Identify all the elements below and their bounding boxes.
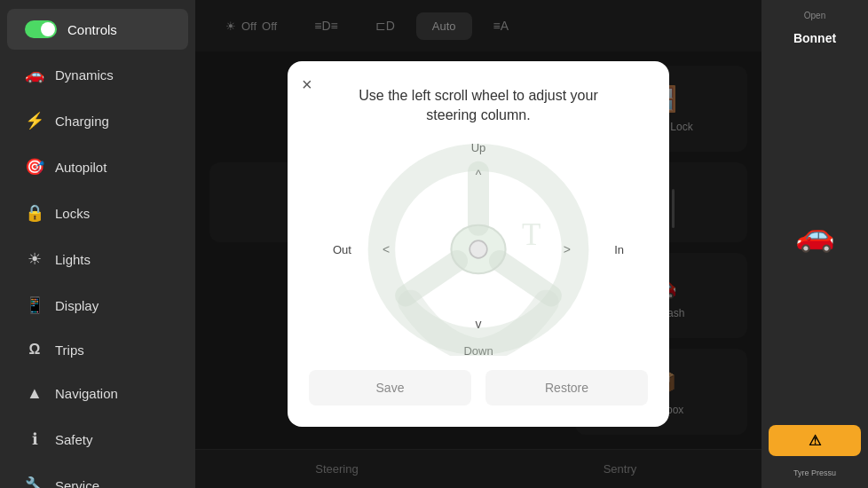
- sidebar-label-controls: Controls: [67, 22, 117, 37]
- modal-close-button[interactable]: ×: [302, 75, 312, 93]
- sidebar-label-trips: Trips: [55, 342, 84, 358]
- dynamics-icon: 🚗: [25, 65, 44, 84]
- steering-column-modal: × Use the left scroll wheel to adjust yo…: [288, 61, 669, 428]
- sidebar-item-locks[interactable]: 🔒 Locks: [7, 192, 188, 234]
- sidebar-label-lights: Lights: [55, 252, 91, 267]
- tyre-pressure-label: Tyre Pressu: [793, 468, 836, 477]
- sidebar-item-autopilot[interactable]: 🎯 Autopilot: [7, 146, 188, 188]
- sidebar-label-navigation: Navigation: [55, 386, 118, 401]
- steering-diagram: Up Down Out In ^ v < >: [336, 143, 620, 356]
- modal-footer: Save Restore: [309, 370, 648, 405]
- navigation-icon: ▲: [25, 384, 44, 403]
- sidebar-label-charging: Charging: [55, 114, 109, 129]
- sidebar-item-safety[interactable]: ℹ Safety: [7, 418, 188, 460]
- svg-point-6: [470, 241, 487, 259]
- service-icon: 🔧: [25, 476, 44, 488]
- bonnet-label: Bonnet: [793, 31, 836, 45]
- sidebar-label-display: Display: [55, 298, 99, 313]
- sidebar-label-safety: Safety: [55, 432, 93, 447]
- modal-title: Use the left scroll wheel to adjust your…: [354, 86, 603, 126]
- modal-overlay: × Use the left scroll wheel to adjust yo…: [195, 0, 761, 488]
- lights-icon: ☀: [25, 249, 44, 269]
- modal-restore-button[interactable]: Restore: [485, 370, 648, 405]
- safety-icon: ℹ: [25, 429, 44, 449]
- controls-toggle[interactable]: [25, 20, 57, 38]
- sidebar-label-autopilot: Autopilot: [55, 160, 107, 175]
- steering-wheel-svg: T: [336, 143, 620, 356]
- sidebar-label-dynamics: Dynamics: [55, 67, 114, 83]
- sidebar-item-dynamics[interactable]: 🚗 Dynamics: [7, 53, 188, 96]
- sidebar-label-service: Service: [55, 478, 99, 489]
- main-content: ☀ Off Off ≡D≡ ⊏D Auto ≡A 🪟 Window Lock: [195, 0, 761, 488]
- trips-icon: Ω: [25, 342, 44, 358]
- right-panel: Open Bonnet 🚗 ⚠ Tyre Pressu: [761, 0, 868, 488]
- sidebar-item-navigation[interactable]: ▲ Navigation: [7, 373, 188, 414]
- tyre-pressure-warning[interactable]: ⚠: [769, 425, 861, 456]
- sidebar-item-display[interactable]: 📱 Display: [7, 284, 188, 327]
- warning-icon: ⚠: [809, 432, 821, 449]
- sidebar-item-service[interactable]: 🔧 Service: [7, 464, 188, 488]
- display-icon: 📱: [25, 295, 44, 315]
- open-label: Open: [804, 11, 825, 20]
- charging-icon: ⚡: [25, 111, 44, 130]
- sidebar-item-charging[interactable]: ⚡ Charging: [7, 99, 188, 142]
- sidebar-item-lights[interactable]: ☀ Lights: [7, 238, 188, 280]
- svg-text:T: T: [522, 217, 541, 252]
- sidebar-item-trips[interactable]: Ω Trips: [7, 330, 188, 369]
- sidebar-item-controls[interactable]: Controls: [7, 9, 188, 50]
- sidebar-label-locks: Locks: [55, 206, 90, 221]
- sidebar: Controls 🚗 Dynamics ⚡ Charging 🎯 Autopil…: [0, 0, 195, 488]
- car-silhouette: 🚗: [795, 56, 835, 414]
- modal-save-button[interactable]: Save: [309, 370, 471, 405]
- locks-icon: 🔒: [25, 203, 44, 223]
- autopilot-icon: 🎯: [25, 157, 44, 177]
